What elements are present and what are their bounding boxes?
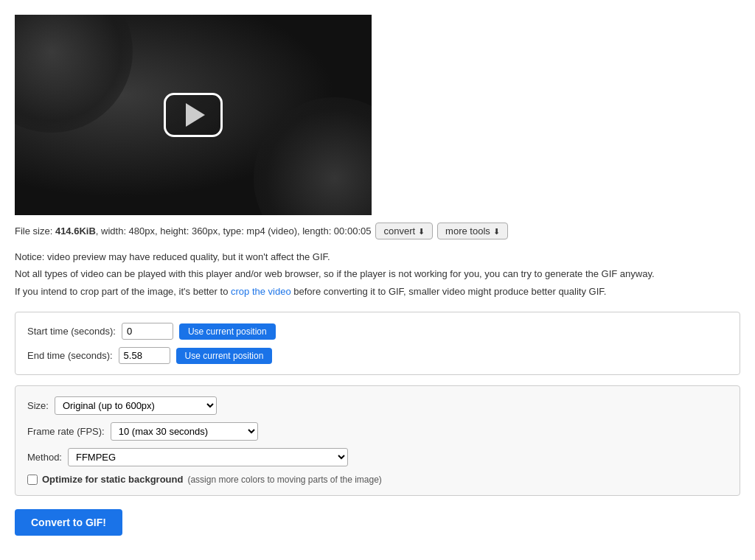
convert-button-inline[interactable]: convert [375,223,433,239]
end-time-row: End time (seconds): Use current position [27,347,728,364]
optimize-row: Optimize for static background (assign m… [27,474,728,485]
more-tools-icon [493,225,500,237]
time-settings-box: Start time (seconds): Use current positi… [15,312,740,375]
file-info-rest: , width: 480px, height: 360px, type: mp4… [96,225,372,237]
optimize-label-sub: (assign more colors to moving parts of t… [187,475,381,485]
end-use-position-button[interactable]: Use current position [176,348,273,364]
more-tools-label: more tools [445,225,490,237]
convert-to-gif-button[interactable]: Convert to GIF! [15,509,122,536]
method-row: Method: FFMPEG ImageMagick [27,448,728,466]
notice-line2: Not all types of video can be played wit… [15,265,740,282]
play-button[interactable] [164,93,223,137]
more-tools-button[interactable]: more tools [437,223,508,239]
start-time-row: Start time (seconds): Use current positi… [27,323,728,340]
notice-line3-pre: If you intend to crop part of the image,… [15,286,231,297]
size-row: Size: Original (up to 600px) 320px 480px… [27,396,728,415]
video-player[interactable] [15,15,372,215]
convert-download-icon [418,225,425,237]
start-use-position-button[interactable]: Use current position [179,323,276,340]
start-time-input[interactable] [122,323,173,340]
notice-line3: If you intend to crop part of the image,… [15,283,740,300]
method-label: Method: [27,452,62,463]
end-time-input[interactable] [119,347,170,364]
optimize-checkbox[interactable] [27,475,38,485]
end-time-label: End time (seconds): [27,350,113,361]
fps-row: Frame rate (FPS): 10 (max 30 seconds) 5 … [27,422,728,441]
file-info-text: File size: 414.6KiB, width: 480px, heigh… [15,224,371,239]
fps-label: Frame rate (FPS): [27,426,105,437]
start-time-label: Start time (seconds): [27,326,116,337]
fps-select[interactable]: 10 (max 30 seconds) 5 (max 60 seconds) 1… [111,422,258,441]
notice-section: Notice: video preview may have reduced q… [15,248,740,300]
notice-line3-post: before converting it to GIF, smaller vid… [291,286,607,297]
notice-line1: Notice: video preview may have reduced q… [15,248,740,265]
optimize-label-main: Optimize for static background [42,474,183,485]
file-size-value: 414.6KiB [55,225,96,237]
convert-label: convert [383,225,415,237]
method-select[interactable]: FFMPEG ImageMagick [68,448,348,466]
file-info-row: File size: 414.6KiB, width: 480px, heigh… [15,223,740,239]
play-icon [186,103,205,127]
size-label: Size: [27,400,49,411]
size-select[interactable]: Original (up to 600px) 320px 480px 600px [55,396,217,415]
gif-settings-box: Size: Original (up to 600px) 320px 480px… [15,385,740,496]
crop-video-link[interactable]: crop the video [231,286,291,297]
